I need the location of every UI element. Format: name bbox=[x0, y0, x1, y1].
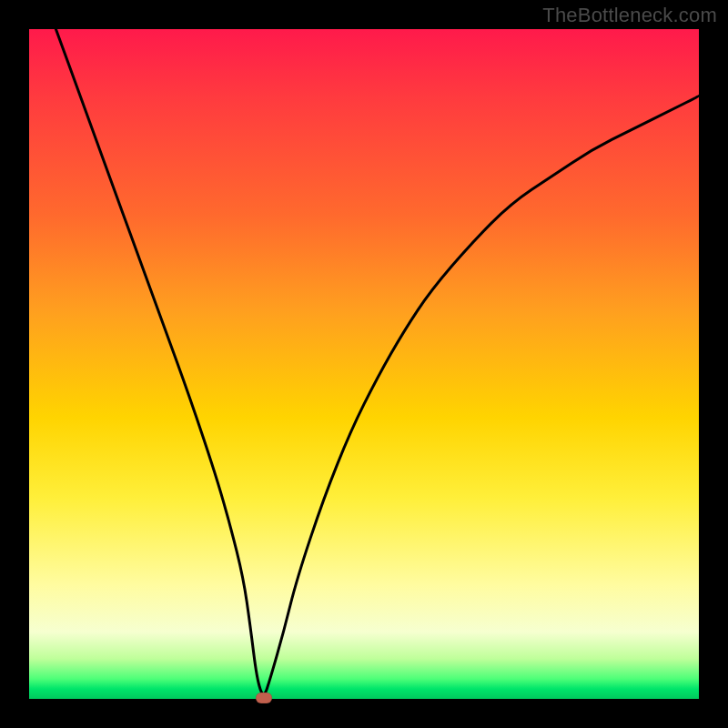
optimum-marker bbox=[256, 693, 272, 703]
chart-frame: TheBottleneck.com bbox=[0, 0, 728, 728]
watermark-text: TheBottleneck.com bbox=[542, 4, 717, 27]
plot-area bbox=[29, 29, 699, 699]
bottleneck-curve-path bbox=[56, 29, 699, 694]
curve-svg bbox=[29, 29, 699, 699]
